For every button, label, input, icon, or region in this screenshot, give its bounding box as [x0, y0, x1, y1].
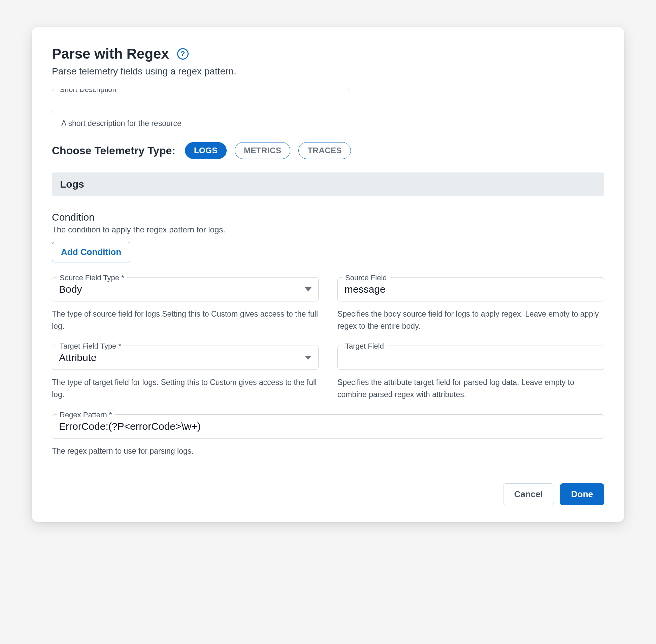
source-field-input[interactable]	[345, 283, 597, 295]
regex-pattern-col: Regex Pattern * The regex pattern to use…	[52, 414, 604, 457]
target-field-type-helper: The type of target field for logs. Setti…	[52, 376, 319, 400]
source-field-fieldset: Source Field	[337, 277, 604, 301]
telemetry-row: Choose Telemetry Type: LOGS METRICS TRAC…	[52, 142, 604, 159]
source-field-type-col: Source Field Type * Body The type of sou…	[52, 277, 319, 332]
target-field-helper: Specifies the attribute target field for…	[337, 376, 604, 400]
source-field-helper: Specifies the body source field for logs…	[337, 308, 604, 332]
source-field-type-helper: The type of source field for logs.Settin…	[52, 308, 319, 332]
dialog: Parse with Regex ? Parse telemetry field…	[32, 27, 624, 522]
pill-traces[interactable]: TRACES	[298, 142, 351, 159]
target-field-type-value: Attribute	[59, 352, 305, 363]
target-field-type-col: Target Field Type * Attribute The type o…	[52, 346, 319, 400]
dialog-header: Parse with Regex ?	[52, 46, 604, 62]
condition-title: Condition	[52, 211, 604, 223]
section-band-logs: Logs	[52, 172, 604, 196]
regex-pattern-input[interactable]	[59, 421, 597, 432]
pill-metrics[interactable]: METRICS	[235, 142, 290, 159]
condition-desc: The condition to apply the regex pattern…	[52, 225, 604, 234]
form-grid: Source Field Type * Body The type of sou…	[52, 277, 604, 457]
short-description-label: Short Description	[57, 89, 119, 94]
target-field-label: Target Field	[343, 342, 386, 351]
telemetry-label: Choose Telemetry Type:	[52, 144, 175, 157]
add-condition-button[interactable]: Add Condition	[52, 242, 130, 262]
regex-pattern-label: Regex Pattern *	[57, 411, 115, 419]
target-field-type-fieldset[interactable]: Target Field Type * Attribute	[52, 346, 319, 370]
dialog-subtitle: Parse telemetry fields using a regex pat…	[52, 66, 604, 77]
scrollable-content[interactable]: Short Description A short description fo…	[52, 89, 610, 470]
dialog-actions: Cancel Done	[52, 483, 604, 505]
help-icon[interactable]: ?	[177, 48, 189, 60]
target-field-type-label: Target Field Type *	[57, 342, 124, 351]
pill-logs[interactable]: LOGS	[185, 142, 227, 159]
regex-pattern-helper: The regex pattern to use for parsing log…	[52, 445, 604, 457]
cancel-button[interactable]: Cancel	[503, 483, 554, 505]
chevron-down-icon	[305, 287, 311, 291]
target-field-fieldset: Target Field	[337, 346, 604, 370]
regex-pattern-fieldset: Regex Pattern *	[52, 414, 604, 439]
source-field-type-fieldset[interactable]: Source Field Type * Body	[52, 277, 319, 301]
source-field-type-label: Source Field Type *	[57, 274, 127, 282]
short-description-helper: A short description for the resource	[61, 118, 604, 129]
short-description-fieldset: Short Description	[52, 89, 350, 113]
target-field-input[interactable]	[345, 352, 597, 363]
short-description-input[interactable]	[59, 95, 343, 107]
source-field-col: Source Field Specifies the body source f…	[337, 277, 604, 332]
done-button[interactable]: Done	[560, 483, 604, 505]
source-field-type-value: Body	[59, 283, 305, 295]
target-field-col: Target Field Specifies the attribute tar…	[337, 346, 604, 400]
chevron-down-icon	[305, 356, 311, 360]
source-field-label: Source Field	[343, 274, 390, 282]
dialog-title: Parse with Regex	[52, 46, 169, 62]
